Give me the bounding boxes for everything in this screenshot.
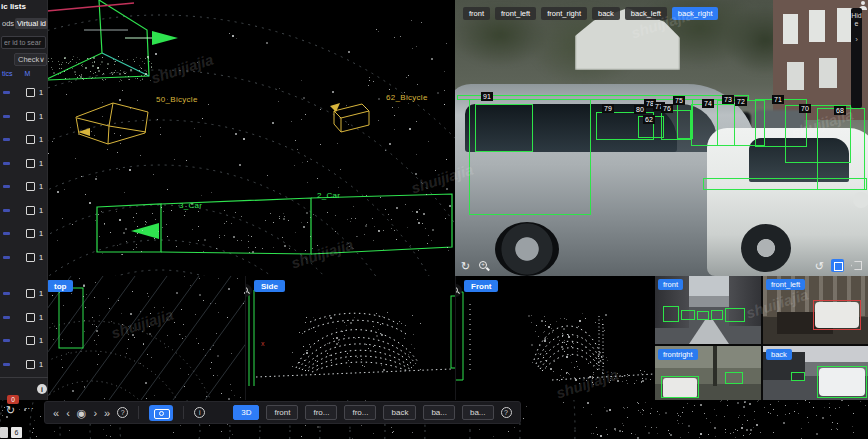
help-icon[interactable]: ? [117,407,128,418]
item-checkbox[interactable] [26,135,35,144]
notification-badge: 0 [7,395,19,404]
list-item[interactable]: 1 [0,353,48,377]
list-item[interactable]: 1 [0,128,48,152]
thumb-front[interactable]: front [655,276,761,344]
bbox-id[interactable]: 75 [673,96,685,105]
tab-back[interactable]: back [592,7,620,20]
thumbnail-grid: front front_left frontright back [655,276,868,400]
first-frame-button[interactable]: « [53,407,59,419]
bbox-id[interactable]: 72 [735,97,747,106]
list-item[interactable]: 1 [0,199,48,223]
tag-icon[interactable] [851,261,862,270]
bbox[interactable] [703,178,867,190]
bbox[interactable] [475,104,533,152]
item-id-fragment [3,232,10,235]
item-count: 1 [39,135,43,144]
hide-panel-button[interactable]: Hide › [851,8,862,108]
camera-image-panel[interactable]: 91 79 80 78 77 76 75 62 74 73 72 71 70 6… [455,0,868,276]
item-id-fragment [3,91,10,94]
info-icon[interactable]: i [194,407,205,418]
view-button-back-right[interactable]: ba... [462,405,494,420]
top-view-panel[interactable]: top [40,276,245,400]
front-view-panel[interactable]: Front [455,276,655,400]
tab-back-right[interactable]: back_right [672,7,719,20]
thumb-back-label: back [766,349,792,360]
item-checkbox[interactable] [26,182,35,191]
list-item[interactable]: 1 [0,306,48,330]
thumb-front-right[interactable]: frontright [655,346,761,400]
side-view-panel[interactable]: x Side [245,276,455,400]
thumb-back[interactable]: back [763,346,868,400]
item-checkbox[interactable] [26,88,35,97]
view-button-front[interactable]: front [266,405,298,420]
item-id-fragment [3,292,10,295]
item-checkbox[interactable] [26,253,35,262]
bbox-id[interactable]: 79 [602,104,614,113]
corner-controls: 0 ↻ ... 6 [0,392,44,439]
zoom-in-icon[interactable]: + [478,260,489,271]
minivan-wheel [495,222,559,276]
check-dropdown[interactable]: Check ∨ [14,53,47,66]
list-item[interactable]: 1 [0,152,48,176]
reset-icon[interactable]: ↻ [6,404,15,417]
image-mode-icon[interactable] [831,259,844,272]
item-count: 1 [39,289,43,298]
view-button-back[interactable]: back [383,405,416,420]
camera-toggle-button[interactable] [149,405,173,421]
refresh-icon[interactable]: ↻ [461,260,470,272]
view-button-front-right[interactable]: fro... [344,405,376,420]
thumb-pole [713,346,717,386]
sidebar-tab-left[interactable]: ods [2,19,14,28]
item-checkbox[interactable] [26,360,35,369]
sidebar-link-right[interactable]: M [25,70,31,77]
item-id-fragment [3,316,10,319]
sidebar-link-left[interactable]: tics [2,70,13,77]
prev-frame-button[interactable]: ‹ [66,407,70,419]
item-checkbox[interactable] [26,206,35,215]
help-icon[interactable]: ? [501,407,512,418]
bbox-id[interactable]: 73 [722,95,734,104]
bbox-id[interactable]: 62 [643,115,655,124]
tab-front[interactable]: front [463,7,490,20]
bbox-id[interactable]: 70 [799,104,811,113]
view-button-3d[interactable]: 3D [233,405,259,420]
list-item[interactable]: 1 [0,329,48,353]
list-item[interactable]: 1 [0,282,48,306]
item-checkbox[interactable] [26,336,35,345]
tab-front-left[interactable]: front_left [495,7,536,20]
more-menu[interactable]: ... [24,401,35,411]
hide-label: Hide [851,8,862,28]
id-search-input[interactable] [1,36,46,49]
bbox-id[interactable]: 91 [481,92,493,101]
item-id-fragment [3,115,10,118]
list-item[interactable]: 1 [0,246,48,270]
tab-front-right[interactable]: front_right [541,7,587,20]
view-button-front-left[interactable]: fro... [305,405,337,420]
white-car-headlight [853,192,868,208]
list-item[interactable]: 1 [0,222,48,246]
reset-view-icon[interactable]: ↺ [815,260,824,272]
item-checkbox[interactable] [26,229,35,238]
side-view-cloud: x [246,276,455,400]
list-item[interactable]: 1 [0,105,48,129]
item-checkbox[interactable] [26,289,35,298]
list-item[interactable]: 1 [0,81,48,105]
bbox-id[interactable]: 76 [661,104,673,113]
bbox-id[interactable]: 71 [772,95,784,104]
item-id-fragment [3,138,10,141]
bbox-id[interactable]: 68 [834,106,846,115]
key-hint: 6 [11,427,22,438]
item-checkbox[interactable] [26,313,35,322]
bbox-id[interactable]: 74 [702,99,714,108]
tab-back-left[interactable]: back_left [625,7,667,20]
sidebar-tab-virtual-id[interactable]: Virtual id [15,18,48,29]
thumb-front-left[interactable]: front_left [763,276,868,344]
item-checkbox[interactable] [26,112,35,121]
item-checkbox[interactable] [26,159,35,168]
list-item[interactable]: 1 [0,175,48,199]
next-frame-button[interactable]: › [93,407,97,419]
top-view-grid [41,276,245,400]
last-frame-button[interactable]: » [104,407,110,419]
play-button[interactable]: ◉ [77,407,87,419]
view-button-back-left[interactable]: ba... [423,405,455,420]
